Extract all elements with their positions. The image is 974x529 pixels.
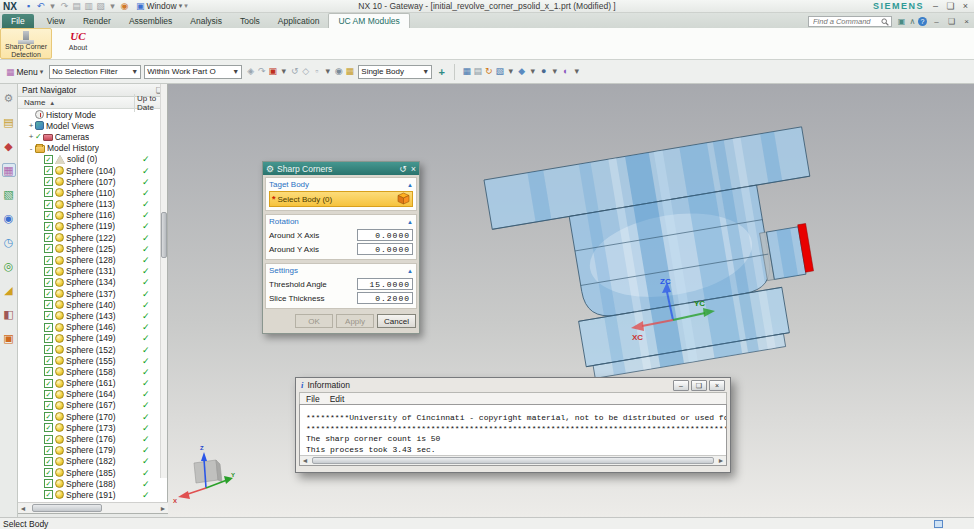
tree-item-label[interactable]: Sphere (131) xyxy=(66,266,116,276)
visibility-checkbox[interactable]: ✓ xyxy=(44,323,53,332)
tab-assemblies[interactable]: Assemblies xyxy=(120,14,181,28)
find-command-box[interactable] xyxy=(808,16,892,27)
information-titlebar[interactable]: i Information – ❏ × xyxy=(299,378,727,392)
tree-item-label[interactable]: Sphere (116) xyxy=(66,210,115,220)
slice-thickness-field[interactable] xyxy=(357,292,413,304)
tree-item-label[interactable]: Sphere (173) xyxy=(66,423,116,433)
orient-view-icon[interactable]: ▧ xyxy=(494,66,505,77)
collapse-caret-icon[interactable]: ▲ xyxy=(407,268,413,274)
window-style-caret-icon[interactable]: ▾ xyxy=(571,66,582,77)
tab-file[interactable]: File xyxy=(2,14,34,28)
reset-icon[interactable]: ↺ xyxy=(399,164,407,174)
tree-item[interactable]: ✓Sphere (155)✓ xyxy=(18,355,167,366)
collapse-caret-icon[interactable]: ▲ xyxy=(407,182,413,188)
selection-filter-dropdown[interactable]: No Selection Filter ▼ xyxy=(49,65,141,79)
reuse-library-icon[interactable]: ▧ xyxy=(2,187,16,201)
expand-icon[interactable]: + xyxy=(27,121,35,130)
tree-item[interactable]: ✓Sphere (143)✓ xyxy=(18,310,167,321)
manage-icon[interactable]: ◢ xyxy=(2,283,16,297)
graphics-viewport[interactable]: ZC XC YC Z Y X xyxy=(168,84,974,517)
redo-icon[interactable]: ↷ xyxy=(59,1,70,12)
tree-item[interactable]: ✓Sphere (125)✓ xyxy=(18,243,167,254)
help-icon[interactable]: ? xyxy=(918,17,927,26)
close-icon[interactable]: × xyxy=(709,380,725,391)
scroll-right-icon[interactable]: ► xyxy=(158,505,168,512)
tree-item-label[interactable]: Sphere (128) xyxy=(66,255,116,265)
visibility-checkbox[interactable]: ✓ xyxy=(44,446,53,455)
visibility-checkbox[interactable]: ✓ xyxy=(44,278,53,287)
tree-item-label[interactable]: Sphere (152) xyxy=(66,345,116,355)
tree-item-label[interactable]: Sphere (119) xyxy=(66,221,115,231)
tree-item-label[interactable]: Sphere (188) xyxy=(66,479,116,489)
around-x-axis-field[interactable] xyxy=(357,229,413,241)
constraint-navigator-icon[interactable]: ◆ xyxy=(2,139,16,153)
visibility-checkbox[interactable]: ✓ xyxy=(44,289,53,298)
minimize-icon[interactable]: – xyxy=(673,380,689,391)
touch-mode-icon[interactable]: ◉ xyxy=(119,1,130,12)
touch-panel-icon[interactable]: ▣ xyxy=(2,331,16,345)
sharp-corner-detection-button[interactable]: Sharp Corner Detection xyxy=(0,28,52,59)
scrollbar-thumb[interactable] xyxy=(32,504,102,512)
tree-item-label[interactable]: Sphere (191) xyxy=(66,490,116,500)
visibility-checkbox[interactable]: ✓ xyxy=(44,233,53,242)
tree-item-label[interactable]: Sphere (110) xyxy=(66,188,115,198)
visibility-checkbox[interactable]: ✓ xyxy=(44,379,53,388)
tree-item-label[interactable]: Sphere (158) xyxy=(66,367,116,377)
paste-icon[interactable]: ▧ xyxy=(95,1,106,12)
tree-item[interactable]: +✓Cameras xyxy=(18,131,167,142)
tree-item[interactable]: ✓Sphere (110)✓ xyxy=(18,187,167,198)
visibility-checkbox[interactable]: ✓ xyxy=(44,390,53,399)
snap-caret-icon[interactable]: ▾ xyxy=(278,66,289,77)
scroll-left-icon[interactable]: ◄ xyxy=(18,505,28,512)
tree-item-label[interactable]: Sphere (176) xyxy=(66,434,116,444)
midpoint-snap-icon[interactable]: ◇ xyxy=(300,66,311,77)
tree-item-label[interactable]: Sphere (170) xyxy=(66,412,116,422)
tree-item[interactable]: ✓Sphere (116)✓ xyxy=(18,210,167,221)
tree-item-label[interactable]: Sphere (137) xyxy=(66,289,116,299)
scroll-left-icon[interactable]: ◄ xyxy=(300,457,310,464)
select-body-row[interactable]: * Select Body (0) xyxy=(269,191,413,207)
threshold-angle-field[interactable] xyxy=(357,278,413,290)
maximize-icon[interactable]: ❏ xyxy=(691,380,707,391)
tab-analysis[interactable]: Analysis xyxy=(181,14,231,28)
tab-render[interactable]: Render xyxy=(74,14,120,28)
apply-button[interactable]: Apply xyxy=(336,314,374,328)
orient-caret-icon[interactable]: ▾ xyxy=(505,66,516,77)
tree-item[interactable]: ✓Sphere (128)✓ xyxy=(18,254,167,265)
process-studio-icon[interactable]: ◎ xyxy=(2,259,16,273)
tree-item-label[interactable]: Sphere (146) xyxy=(66,322,116,332)
tab-uc-am-modules[interactable]: UC AM Modules xyxy=(328,13,409,28)
tree-item[interactable]: ✓Sphere (191)✓ xyxy=(18,489,167,500)
tree-item[interactable]: ✓solid (0)✓ xyxy=(18,154,167,165)
tree-item[interactable]: ✓Sphere (185)✓ xyxy=(18,467,167,478)
visibility-checkbox[interactable]: ✓ xyxy=(44,177,53,186)
visibility-checkbox[interactable]: ✓ xyxy=(44,222,53,231)
tree-item-label[interactable]: Sphere (161) xyxy=(66,378,116,388)
point-on-curve-icon[interactable]: ↷ xyxy=(256,66,267,77)
visibility-checkbox[interactable]: ✓ xyxy=(44,334,53,343)
tree-item[interactable]: ✓Sphere (152)✓ xyxy=(18,344,167,355)
visibility-checkbox[interactable]: ✓ xyxy=(44,267,53,276)
visibility-checkbox[interactable]: ✓ xyxy=(44,435,53,444)
visibility-checkbox[interactable]: ✓ xyxy=(44,211,53,220)
tree-item-label[interactable]: Sphere (164) xyxy=(66,389,116,399)
tree-item-label[interactable]: Sphere (167) xyxy=(66,400,116,410)
part-navigator-icon[interactable]: ▦ xyxy=(2,163,16,177)
background-icon[interactable]: ● xyxy=(538,66,549,77)
tree-item-label[interactable]: Sphere (107) xyxy=(66,177,116,187)
tree-item-label[interactable]: Sphere (104) xyxy=(66,166,116,176)
tree-item-label[interactable]: Model Views xyxy=(46,121,94,131)
background-caret-icon[interactable]: ▾ xyxy=(549,66,560,77)
tree-item-label[interactable]: Sphere (182) xyxy=(66,456,116,466)
tree-item-label[interactable]: Sphere (140) xyxy=(66,300,116,310)
tree-item[interactable]: ✓Sphere (134)✓ xyxy=(18,277,167,288)
visibility-checkbox[interactable]: ✓ xyxy=(44,468,53,477)
tree-item-label[interactable]: Sphere (143) xyxy=(66,311,116,321)
tree-item[interactable]: ✓Sphere (113)✓ xyxy=(18,199,167,210)
ok-button[interactable]: OK xyxy=(295,314,333,328)
format-caret-icon[interactable]: ▾ xyxy=(107,1,118,12)
tree-item[interactable]: ✓Sphere (146)✓ xyxy=(18,322,167,333)
around-y-axis-field[interactable] xyxy=(357,243,413,255)
qat-overflow-icon[interactable]: ▾ xyxy=(184,2,188,10)
selection-scope-dropdown[interactable]: Within Work Part O ▼ xyxy=(144,65,242,79)
